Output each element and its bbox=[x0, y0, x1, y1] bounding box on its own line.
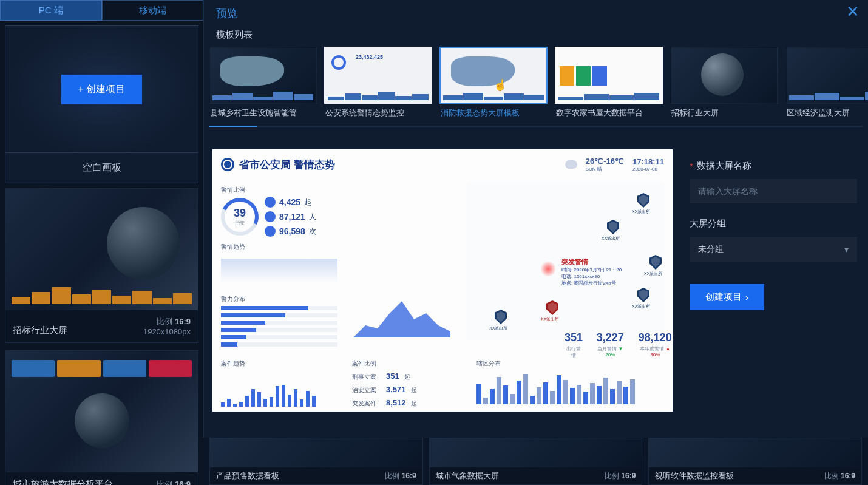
template-name: 招标行业大屏 bbox=[13, 325, 67, 336]
tab-pc[interactable]: PC 端 bbox=[0, 0, 102, 21]
tab-mobile[interactable]: 移动端 bbox=[102, 0, 204, 21]
preview-modal: 预览 ✕ 模板列表 县城乡村卫生设施智能管 23,432,425 公安系统警情态… bbox=[203, 0, 868, 438]
strip-item[interactable]: 招标行业大屏 bbox=[670, 47, 778, 122]
template-strip[interactable]: 县城乡村卫生设施智能管 23,432,425 公安系统警情态势监控 ☝ 消防救援… bbox=[204, 47, 868, 122]
strip-caption: 消防救援态势大屏模板 bbox=[439, 104, 548, 122]
template-meta: 比例 16:9 1920x1080px bbox=[143, 316, 191, 336]
background-template-row: 产品预售数据看板 比例 16:9 城市气象数据大屏 比例 16:9 视听软件数据… bbox=[203, 438, 868, 485]
preview-map: XX派出所 XX派出所 XX派出所 XX派出所 XX派出所 XX派出所 突发警情… bbox=[467, 182, 664, 340]
name-label: * 数据大屏名称 bbox=[690, 160, 857, 172]
strip-caption: 数字农家书屋大数据平台 bbox=[555, 104, 663, 122]
template-card[interactable]: 城市旅游大数据分析平台 比例 16:9 bbox=[5, 350, 198, 485]
template-thumbnail bbox=[5, 189, 198, 310]
case-trend-bars bbox=[221, 370, 340, 407]
group-select[interactable]: 未分组 ▾ bbox=[690, 237, 857, 262]
preview-title: 省市公安局 警情态势 bbox=[239, 158, 335, 172]
strip-scrollbar[interactable] bbox=[209, 126, 863, 127]
cloud-icon bbox=[565, 160, 577, 169]
device-tabs: PC 端 移动端 bbox=[0, 0, 203, 21]
blank-canvas-label[interactable]: 空白画板 bbox=[5, 152, 198, 183]
strip-caption: 县城乡村卫生设施智能管 bbox=[209, 104, 317, 122]
template-name: 城市旅游大数据分析平台 bbox=[13, 478, 113, 485]
template-list-label: 模板列表 bbox=[204, 23, 868, 47]
required-icon: * bbox=[690, 161, 693, 171]
group-select-value: 未分组 bbox=[698, 244, 724, 255]
strip-item[interactable]: 县城乡村卫生设施智能管 bbox=[209, 47, 317, 122]
template-name: 视听软件数据监控看板 bbox=[655, 470, 734, 481]
chevron-down-icon: ▾ bbox=[844, 245, 849, 254]
template-preview: 省市公安局 警情态势 26℃-16℃ SUN 晴 17:18:11 2020-0… bbox=[212, 149, 673, 412]
create-form: * 数据大屏名称 大屏分组 未分组 ▾ 创建项目 › bbox=[687, 149, 860, 438]
create-project-card: + 创建项目 空白画板 bbox=[5, 25, 198, 183]
dashboard-name-input[interactable] bbox=[690, 179, 857, 203]
template-name: 城市气象数据大屏 bbox=[436, 470, 499, 481]
chevron-right-icon: › bbox=[745, 292, 748, 302]
strip-item[interactable]: 23,432,425 公安系统警情态势监控 bbox=[324, 47, 432, 122]
group-label: 大屏分组 bbox=[690, 218, 857, 229]
template-card[interactable]: 城市气象数据大屏 比例 16:9 bbox=[429, 438, 643, 485]
strip-item[interactable]: ☝ 消防救援态势大屏模板 bbox=[439, 47, 548, 122]
create-project-submit-button[interactable]: 创建项目 › bbox=[690, 284, 764, 310]
template-thumbnail bbox=[5, 351, 198, 472]
template-card[interactable]: 招标行业大屏 比例 16:9 1920x1080px bbox=[5, 188, 198, 343]
template-card[interactable]: 视听软件数据监控看板 比例 16:9 bbox=[648, 438, 862, 485]
strip-item[interactable]: 数字农家书屋大数据平台 bbox=[555, 47, 663, 122]
strip-item[interactable]: 区域经济监测大屏 bbox=[785, 47, 868, 122]
strip-caption: 招标行业大屏 bbox=[670, 104, 778, 122]
modal-title: 预览 bbox=[216, 6, 856, 21]
template-card[interactable]: 产品预售数据看板 比例 16:9 bbox=[209, 438, 423, 485]
create-project-button[interactable]: + 创建项目 bbox=[61, 75, 143, 104]
police-badge-icon bbox=[221, 158, 234, 171]
svg-marker-0 bbox=[353, 301, 450, 337]
template-meta: 比例 16:9 bbox=[157, 479, 191, 485]
template-name: 产品预售数据看板 bbox=[216, 470, 279, 481]
close-icon[interactable]: ✕ bbox=[844, 2, 862, 21]
left-sidebar: PC 端 移动端 + 创建项目 空白画板 招标行业大屏 比例 16:9 1920… bbox=[0, 0, 203, 485]
strip-caption: 公安系统警情态势监控 bbox=[324, 104, 432, 122]
strip-caption: 区域经济监测大屏 bbox=[785, 104, 868, 122]
